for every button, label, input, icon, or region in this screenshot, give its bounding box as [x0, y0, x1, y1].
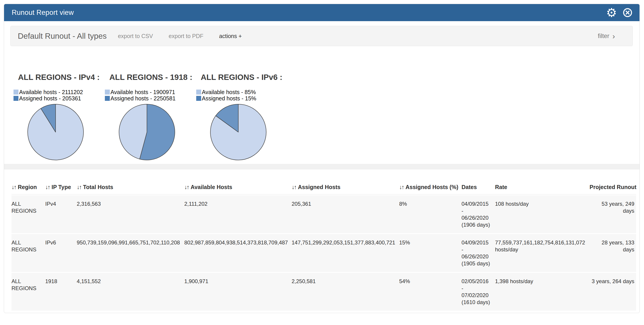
- cell-ip_type: 1918: [45, 273, 77, 310]
- legend-item: Available hosts - 2111202: [14, 89, 105, 95]
- column-header-region[interactable]: ↓↑Region: [12, 180, 45, 194]
- table-row: ALL REGIONSIPv6950,739,159,096,991,665,7…: [12, 234, 636, 272]
- column-label: Assigned Hosts (%): [406, 184, 458, 190]
- pie-chart-title: ALL REGIONS - IPv4 :: [18, 73, 105, 82]
- legend-item: Available hosts - 1900971: [105, 89, 196, 95]
- cell-total_hosts: 950,739,159,096,991,665,751,702,110,208: [77, 234, 184, 272]
- column-label: Total Hosts: [83, 184, 113, 190]
- column-label: IP Type: [52, 184, 71, 190]
- table-header-row: ↓↑Region↓↑IP Type↓↑Total Hosts↓↑Availabl…: [12, 180, 636, 194]
- date-line: (1906 days): [462, 221, 493, 228]
- legend-swatch-icon: [105, 96, 110, 101]
- date-line: 02/05/2016: [462, 278, 493, 285]
- pie-legend: Available hosts - 2111202Assigned hosts …: [14, 89, 105, 102]
- pie-chart-group: ALL REGIONS - IPv4 :Available hosts - 21…: [14, 73, 105, 161]
- legend-label: Available hosts - 2111202: [19, 89, 83, 96]
- cell-dates: 04/09/2015-06/26/2020(1905 days): [462, 234, 495, 272]
- cell-rate: 1,398 hosts/day: [495, 273, 590, 310]
- sort-arrows-icon: ↓↑: [77, 184, 81, 190]
- sort-arrows-icon: ↓↑: [184, 184, 189, 190]
- date-line: 07/02/2020: [462, 292, 493, 299]
- title-bar: Runout Report view ⚙: [4, 4, 640, 21]
- date-line: -: [462, 285, 493, 292]
- legend-item: Assigned hosts - 205361: [14, 95, 105, 102]
- column-label: Assigned Hosts: [298, 184, 340, 190]
- column-header-total_hosts[interactable]: ↓↑Total Hosts: [77, 180, 184, 194]
- runout-report-window: Runout Report view ⚙ Default Runout - Al…: [4, 4, 640, 313]
- settings-gear-icon[interactable]: ⚙: [606, 6, 617, 19]
- cell-available_hosts: 2,111,202: [184, 195, 292, 233]
- pie-legend: Available hosts - 1900971Assigned hosts …: [105, 89, 196, 102]
- cell-assigned_pct: 8%: [399, 195, 462, 233]
- column-header-ip_type[interactable]: ↓↑IP Type: [45, 180, 77, 194]
- title-bar-icons: ⚙: [606, 6, 633, 19]
- cell-assigned_hosts: 147,751,299,292,053,151,377,883,400,721: [292, 234, 399, 272]
- date-line: -: [462, 246, 493, 253]
- column-label: Available Hosts: [190, 184, 232, 190]
- column-header-rate: Rate: [495, 180, 590, 194]
- cell-assigned_hosts: 2,250,581: [292, 273, 399, 310]
- date-line: 06/26/2020: [462, 253, 493, 260]
- section-divider-strip: [4, 164, 640, 170]
- column-label: Projected Runout: [590, 184, 636, 190]
- cell-dates: 02/05/2016-07/02/2020(1610 days): [462, 273, 495, 310]
- cell-total_hosts: 4,151,552: [77, 273, 184, 310]
- cell-rate: 108 hosts/day: [495, 195, 590, 233]
- date-line: 04/09/2015: [462, 239, 493, 246]
- charts-row: ALL REGIONS - IPv4 :Available hosts - 21…: [14, 73, 640, 161]
- chevron-right-icon: ›: [612, 32, 615, 40]
- pie-legend: Available hosts - 85%Assigned hosts - 15…: [196, 89, 288, 102]
- sort-arrows-icon: ↓↑: [12, 184, 16, 190]
- export-pdf-button[interactable]: export to PDF: [169, 33, 204, 40]
- cell-rate: 77,559,737,161,182,754,816,131,072 hosts…: [495, 234, 590, 272]
- date-line: 04/09/2015: [462, 200, 493, 207]
- sort-arrows-icon: ↓↑: [399, 184, 404, 190]
- cell-available_hosts: 802,987,859,804,938,514,373,818,709,487: [184, 234, 292, 272]
- cell-ip_type: IPv4: [45, 195, 77, 233]
- cell-region: ALL REGIONS: [12, 273, 45, 310]
- cell-dates: 04/09/2015-06/26/2020(1906 days): [462, 195, 495, 233]
- legend-item: Available hosts - 85%: [196, 89, 288, 95]
- pie-chart-title: ALL REGIONS - IPv6 :: [201, 73, 288, 82]
- column-header-assigned_pct[interactable]: ↓↑Assigned Hosts (%): [399, 180, 462, 194]
- column-header-assigned_hosts[interactable]: ↓↑Assigned Hosts: [292, 180, 399, 194]
- sort-arrows-icon: ↓↑: [292, 184, 296, 190]
- date-line: (1610 days): [462, 299, 493, 306]
- pie-chart-group: ALL REGIONS - 1918 :Available hosts - 19…: [105, 73, 196, 161]
- close-icon[interactable]: [622, 8, 633, 18]
- pie-chart: [210, 103, 267, 161]
- column-header-projected_runout: Projected Runout: [590, 180, 636, 194]
- legend-label: Assigned hosts - 205361: [19, 95, 81, 102]
- legend-item: Assigned hosts - 15%: [196, 95, 288, 102]
- legend-label: Assigned hosts - 15%: [202, 95, 256, 102]
- pie-chart: [118, 103, 176, 161]
- cell-projected_runout: 28 years, 133 days: [590, 234, 636, 272]
- cell-region: ALL REGIONS: [12, 234, 45, 272]
- legend-item: Assigned hosts - 2250581: [105, 95, 196, 102]
- date-line: (1905 days): [462, 260, 493, 267]
- cell-assigned_hosts: 205,361: [292, 195, 399, 233]
- legend-swatch-icon: [14, 90, 18, 94]
- legend-swatch-icon: [196, 96, 201, 101]
- runout-table-container: ↓↑Region↓↑IP Type↓↑Total Hosts↓↑Availabl…: [12, 180, 636, 312]
- legend-swatch-icon: [14, 96, 18, 101]
- legend-swatch-icon: [196, 90, 201, 94]
- date-line: -: [462, 207, 493, 214]
- legend-swatch-icon: [105, 90, 110, 94]
- actions-menu-button[interactable]: actions +: [219, 33, 242, 40]
- date-line: 06/26/2020: [462, 214, 493, 221]
- cell-total_hosts: 2,316,563: [77, 195, 184, 233]
- cell-projected_runout: 53 years, 249 days: [590, 195, 636, 233]
- cell-projected_runout: 3 years, 264 days: [590, 273, 636, 310]
- legend-label: Available hosts - 85%: [202, 89, 256, 96]
- column-header-dates: Dates: [462, 180, 495, 194]
- filter-button[interactable]: filter ›: [598, 32, 615, 40]
- pie-chart-group: ALL REGIONS - IPv6 :Available hosts - 85…: [196, 73, 288, 161]
- export-csv-button[interactable]: export to CSV: [118, 33, 153, 40]
- table-row: ALL REGIONSIPv42,316,5632,111,202205,361…: [12, 195, 636, 233]
- column-header-available_hosts[interactable]: ↓↑Available Hosts: [184, 180, 292, 194]
- pie-chart-title: ALL REGIONS - 1918 :: [109, 73, 196, 82]
- column-label: Rate: [495, 184, 507, 190]
- cell-region: ALL REGIONS: [12, 195, 45, 233]
- table-body: ALL REGIONSIPv42,316,5632,111,202205,361…: [12, 195, 636, 310]
